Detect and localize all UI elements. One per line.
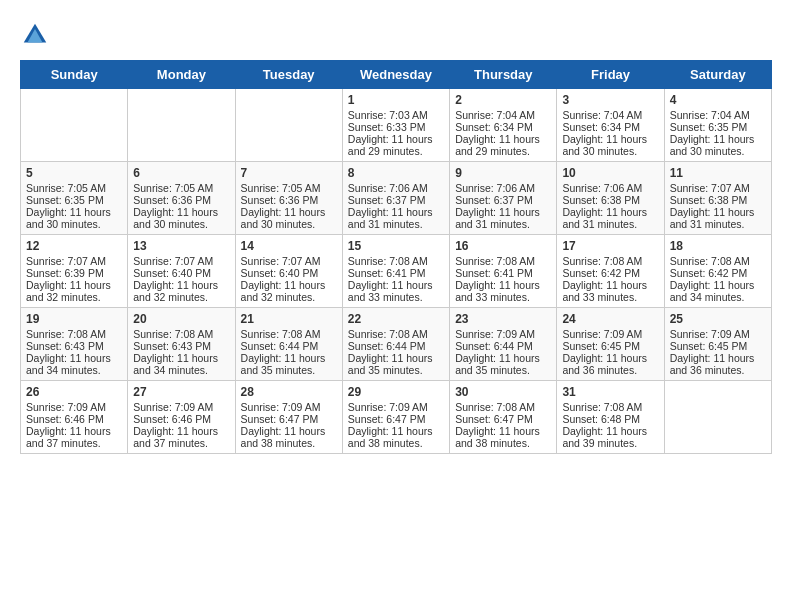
logo [20, 20, 54, 50]
daylight-text: Daylight: 11 hours and 30 minutes. [562, 133, 647, 157]
sunrise-text: Sunrise: 7:08 AM [348, 255, 428, 267]
day-number: 22 [348, 312, 444, 326]
day-number: 1 [348, 93, 444, 107]
day-number: 15 [348, 239, 444, 253]
day-number: 14 [241, 239, 337, 253]
sunset-text: Sunset: 6:47 PM [241, 413, 319, 425]
sunset-text: Sunset: 6:33 PM [348, 121, 426, 133]
sunrise-text: Sunrise: 7:06 AM [562, 182, 642, 194]
day-number: 20 [133, 312, 229, 326]
daylight-text: Daylight: 11 hours and 32 minutes. [241, 279, 326, 303]
daylight-text: Daylight: 11 hours and 34 minutes. [26, 352, 111, 376]
daylight-text: Daylight: 11 hours and 34 minutes. [133, 352, 218, 376]
calendar-cell: 25 Sunrise: 7:09 AM Sunset: 6:45 PM Dayl… [664, 308, 771, 381]
day-number: 21 [241, 312, 337, 326]
sunrise-text: Sunrise: 7:09 AM [241, 401, 321, 413]
day-number: 16 [455, 239, 551, 253]
sunrise-text: Sunrise: 7:08 AM [562, 255, 642, 267]
calendar-cell: 15 Sunrise: 7:08 AM Sunset: 6:41 PM Dayl… [342, 235, 449, 308]
daylight-text: Daylight: 11 hours and 35 minutes. [241, 352, 326, 376]
day-number: 8 [348, 166, 444, 180]
calendar-cell [21, 89, 128, 162]
day-number: 11 [670, 166, 766, 180]
sunrise-text: Sunrise: 7:04 AM [670, 109, 750, 121]
daylight-text: Daylight: 11 hours and 38 minutes. [241, 425, 326, 449]
day-number: 31 [562, 385, 658, 399]
daylight-text: Daylight: 11 hours and 31 minutes. [455, 206, 540, 230]
sunset-text: Sunset: 6:46 PM [133, 413, 211, 425]
daylight-text: Daylight: 11 hours and 33 minutes. [562, 279, 647, 303]
daylight-text: Daylight: 11 hours and 30 minutes. [670, 133, 755, 157]
calendar-cell: 22 Sunrise: 7:08 AM Sunset: 6:44 PM Dayl… [342, 308, 449, 381]
sunrise-text: Sunrise: 7:08 AM [348, 328, 428, 340]
daylight-text: Daylight: 11 hours and 36 minutes. [670, 352, 755, 376]
calendar-cell: 5 Sunrise: 7:05 AM Sunset: 6:35 PM Dayli… [21, 162, 128, 235]
daylight-text: Daylight: 11 hours and 31 minutes. [670, 206, 755, 230]
sunset-text: Sunset: 6:44 PM [455, 340, 533, 352]
calendar-cell: 29 Sunrise: 7:09 AM Sunset: 6:47 PM Dayl… [342, 381, 449, 454]
daylight-text: Daylight: 11 hours and 32 minutes. [133, 279, 218, 303]
day-number: 5 [26, 166, 122, 180]
sunrise-text: Sunrise: 7:07 AM [26, 255, 106, 267]
sunrise-text: Sunrise: 7:08 AM [455, 401, 535, 413]
daylight-text: Daylight: 11 hours and 31 minutes. [562, 206, 647, 230]
sunrise-text: Sunrise: 7:08 AM [26, 328, 106, 340]
sunset-text: Sunset: 6:40 PM [133, 267, 211, 279]
calendar-cell: 17 Sunrise: 7:08 AM Sunset: 6:42 PM Dayl… [557, 235, 664, 308]
calendar-cell: 16 Sunrise: 7:08 AM Sunset: 6:41 PM Dayl… [450, 235, 557, 308]
calendar-week-row: 5 Sunrise: 7:05 AM Sunset: 6:35 PM Dayli… [21, 162, 772, 235]
calendar-cell: 28 Sunrise: 7:09 AM Sunset: 6:47 PM Dayl… [235, 381, 342, 454]
calendar-cell: 3 Sunrise: 7:04 AM Sunset: 6:34 PM Dayli… [557, 89, 664, 162]
calendar-cell: 27 Sunrise: 7:09 AM Sunset: 6:46 PM Dayl… [128, 381, 235, 454]
sunset-text: Sunset: 6:42 PM [562, 267, 640, 279]
day-number: 7 [241, 166, 337, 180]
day-number: 18 [670, 239, 766, 253]
sunrise-text: Sunrise: 7:08 AM [133, 328, 213, 340]
sunset-text: Sunset: 6:40 PM [241, 267, 319, 279]
sunrise-text: Sunrise: 7:04 AM [562, 109, 642, 121]
page-header [20, 20, 772, 50]
day-number: 13 [133, 239, 229, 253]
sunrise-text: Sunrise: 7:07 AM [241, 255, 321, 267]
sunrise-text: Sunrise: 7:09 AM [670, 328, 750, 340]
day-number: 6 [133, 166, 229, 180]
sunrise-text: Sunrise: 7:05 AM [241, 182, 321, 194]
sunset-text: Sunset: 6:37 PM [455, 194, 533, 206]
daylight-text: Daylight: 11 hours and 34 minutes. [670, 279, 755, 303]
day-number: 24 [562, 312, 658, 326]
sunset-text: Sunset: 6:48 PM [562, 413, 640, 425]
sunset-text: Sunset: 6:44 PM [241, 340, 319, 352]
sunrise-text: Sunrise: 7:08 AM [562, 401, 642, 413]
day-number: 26 [26, 385, 122, 399]
daylight-text: Daylight: 11 hours and 32 minutes. [26, 279, 111, 303]
calendar-week-row: 26 Sunrise: 7:09 AM Sunset: 6:46 PM Dayl… [21, 381, 772, 454]
daylight-text: Daylight: 11 hours and 38 minutes. [455, 425, 540, 449]
sunrise-text: Sunrise: 7:05 AM [133, 182, 213, 194]
sunrise-text: Sunrise: 7:09 AM [455, 328, 535, 340]
daylight-text: Daylight: 11 hours and 37 minutes. [133, 425, 218, 449]
day-number: 3 [562, 93, 658, 107]
daylight-text: Daylight: 11 hours and 29 minutes. [455, 133, 540, 157]
calendar-cell: 23 Sunrise: 7:09 AM Sunset: 6:44 PM Dayl… [450, 308, 557, 381]
daylight-text: Daylight: 11 hours and 29 minutes. [348, 133, 433, 157]
sunrise-text: Sunrise: 7:08 AM [670, 255, 750, 267]
sunset-text: Sunset: 6:42 PM [670, 267, 748, 279]
calendar-cell [664, 381, 771, 454]
day-number: 10 [562, 166, 658, 180]
day-number: 30 [455, 385, 551, 399]
sunrise-text: Sunrise: 7:06 AM [455, 182, 535, 194]
day-number: 23 [455, 312, 551, 326]
sunset-text: Sunset: 6:45 PM [562, 340, 640, 352]
sunrise-text: Sunrise: 7:07 AM [133, 255, 213, 267]
sunrise-text: Sunrise: 7:09 AM [26, 401, 106, 413]
daylight-text: Daylight: 11 hours and 35 minutes. [455, 352, 540, 376]
sunset-text: Sunset: 6:36 PM [133, 194, 211, 206]
sunrise-text: Sunrise: 7:09 AM [562, 328, 642, 340]
sunset-text: Sunset: 6:34 PM [562, 121, 640, 133]
day-number: 29 [348, 385, 444, 399]
sunset-text: Sunset: 6:39 PM [26, 267, 104, 279]
sunset-text: Sunset: 6:47 PM [348, 413, 426, 425]
daylight-text: Daylight: 11 hours and 31 minutes. [348, 206, 433, 230]
sunset-text: Sunset: 6:46 PM [26, 413, 104, 425]
day-header-sunday: Sunday [21, 61, 128, 89]
